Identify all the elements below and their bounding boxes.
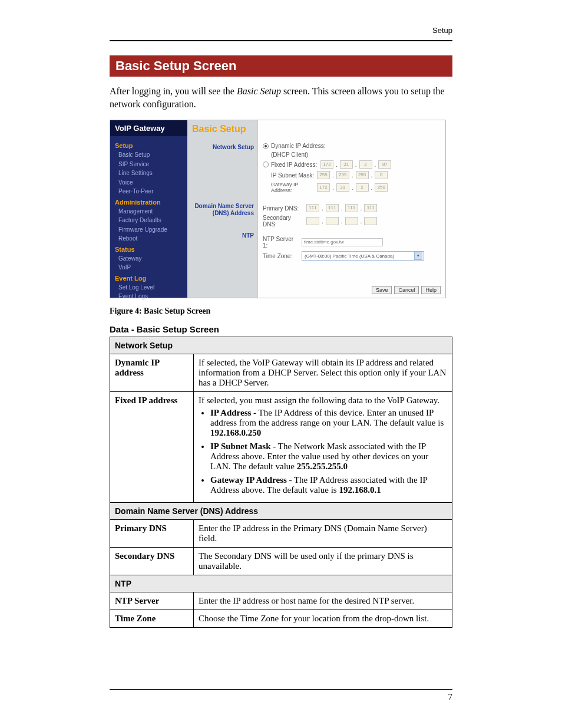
- nav-group-administration: Administration: [115, 199, 183, 206]
- help-button[interactable]: Help: [421, 286, 441, 294]
- row-text: Enter the IP address or host name for th…: [194, 592, 452, 610]
- gw-octet[interactable]: 172: [317, 183, 330, 192]
- table-section-dns: Domain Name Server (DNS) Address: [110, 503, 452, 520]
- nav-item[interactable]: Factory Defaults: [115, 216, 183, 225]
- ntp1-input[interactable]: time.stdtime.gov.tw: [302, 238, 383, 246]
- radio-fixed-ip[interactable]: [263, 162, 269, 167]
- list-item: IP Subnet Mask - The Network Mask associ…: [210, 442, 447, 472]
- nav-item[interactable]: Management: [115, 207, 183, 216]
- timezone-label: Time Zone:: [263, 253, 299, 259]
- sdns-octet[interactable]: [364, 217, 377, 225]
- row-text: If selected, the VoIP Gateway will obtai…: [194, 354, 452, 392]
- ip-octet[interactable]: 172: [320, 160, 333, 169]
- mask-octet[interactable]: 255: [356, 171, 369, 179]
- pdns-octet[interactable]: 111: [306, 204, 319, 212]
- row-label: Fixed IP address: [110, 392, 194, 503]
- nav-group-status: Status: [115, 246, 183, 253]
- page-number: 7: [110, 692, 452, 702]
- row-text: The Secondary DNS will be used only if t…: [194, 548, 452, 575]
- row-label: Secondary DNS: [110, 548, 194, 575]
- fixed-ip-intro: If selected, you must assign the followi…: [199, 396, 439, 405]
- nav-item[interactable]: Reboot: [115, 234, 183, 243]
- gw-octet[interactable]: 2: [356, 183, 369, 192]
- table-section-network: Network Setup: [110, 337, 452, 354]
- sdns-octet[interactable]: [306, 217, 319, 225]
- mask-octet[interactable]: 0: [375, 171, 388, 179]
- secondary-dns-label: Secondary DNS:: [263, 215, 304, 228]
- nav-group-eventlog: Event Log: [115, 275, 183, 282]
- row-label: Dynamic IP address: [110, 354, 194, 392]
- row-label: Time Zone: [110, 610, 194, 628]
- basic-setup-header: Basic Setup: [187, 120, 257, 138]
- nav-item[interactable]: Event Logs: [115, 292, 183, 301]
- nav-item[interactable]: Firmware Upgrade: [115, 225, 183, 235]
- mask-octet[interactable]: 255: [317, 171, 330, 179]
- section-label-dns: Domain Name Server (DNS) Address: [187, 203, 254, 217]
- cancel-button[interactable]: Cancel: [394, 286, 419, 294]
- ntp1-label: NTP Server 1:: [263, 236, 299, 249]
- list-item: IP Address - The IP Address of this devi…: [210, 408, 447, 438]
- sdns-octet[interactable]: [326, 217, 339, 225]
- nav-item[interactable]: Set Log Level: [115, 283, 183, 292]
- pdns-octet[interactable]: 111: [326, 204, 339, 212]
- timezone-value: (GMT-08:00) Pacific Time (USA & Canada): [305, 253, 394, 259]
- row-text: If selected, you must assign the followi…: [194, 392, 452, 503]
- data-table-title: Data - Basic Setup Screen: [110, 324, 452, 334]
- intro-paragraph: After logging in, you will see the Basic…: [110, 85, 452, 110]
- radio-dynamic-ip[interactable]: [263, 143, 269, 149]
- gw-octet[interactable]: 250: [375, 183, 388, 192]
- top-rule: [110, 40, 452, 41]
- figure-caption: Figure 4: Basic Setup Screen: [110, 307, 452, 316]
- nav-item[interactable]: Line Settings: [115, 169, 183, 178]
- row-label: Primary DNS: [110, 520, 194, 548]
- row-text: Choose the Time Zone for your location f…: [194, 610, 452, 628]
- row-text: Enter the IP address in the Primary DNS …: [194, 520, 452, 548]
- dynamic-ip-label: Dynamic IP Address:: [271, 143, 326, 149]
- section-label-network: Network Setup: [213, 144, 254, 151]
- primary-dns-label: Primary DNS:: [263, 205, 304, 212]
- gateway-ip-label: Gateway IP Address:: [271, 182, 315, 193]
- fixed-ip-label: Fixed IP Address:: [271, 162, 318, 168]
- chevron-down-icon: ▾: [414, 252, 422, 260]
- pdns-octet[interactable]: 111: [345, 204, 358, 212]
- intro-text-pre: After logging in, you will see the: [110, 86, 237, 96]
- data-table: Network Setup Dynamic IP address If sele…: [110, 337, 452, 628]
- dhcp-client-label: (DHCP Client): [271, 151, 308, 158]
- subnet-label: IP Subnet Mask:: [271, 172, 315, 179]
- nav-item[interactable]: Peer-To-Peer: [115, 187, 183, 196]
- nav-group-setup: Setup: [115, 142, 183, 149]
- basic-setup-screenshot: VoIP Gateway Setup Basic Setup SIP Servi…: [110, 120, 446, 298]
- ip-octet[interactable]: 31: [340, 160, 353, 169]
- nav-item[interactable]: SIP Service: [115, 160, 183, 169]
- pdns-octet[interactable]: 111: [364, 204, 377, 212]
- ip-octet[interactable]: 87: [378, 160, 391, 169]
- section-heading: Basic Setup Screen: [110, 55, 452, 77]
- doc-section-label: Setup: [432, 26, 452, 35]
- list-item: Gateway IP Address - The IP Address asso…: [210, 475, 447, 495]
- sdns-octet[interactable]: [345, 217, 358, 225]
- timezone-select[interactable]: (GMT-08:00) Pacific Time (USA & Canada) …: [302, 251, 424, 261]
- nav-item[interactable]: Basic Setup: [115, 150, 183, 160]
- section-label-ntp: NTP: [242, 232, 254, 239]
- nav-item[interactable]: Gateway: [115, 254, 183, 263]
- bottom-rule: [110, 689, 452, 690]
- mask-octet[interactable]: 255: [336, 171, 349, 179]
- nav-item[interactable]: VoIP: [115, 263, 183, 272]
- ip-octet[interactable]: 2: [359, 160, 372, 169]
- intro-text-ital: Basic Setup: [237, 86, 281, 96]
- save-button[interactable]: Save: [372, 286, 392, 294]
- row-label: NTP Server: [110, 592, 194, 610]
- gw-octet[interactable]: 31: [336, 183, 349, 192]
- voip-gateway-header: VoIP Gateway: [110, 120, 187, 136]
- nav-item[interactable]: Voice: [115, 178, 183, 187]
- table-section-ntp: NTP: [110, 575, 452, 592]
